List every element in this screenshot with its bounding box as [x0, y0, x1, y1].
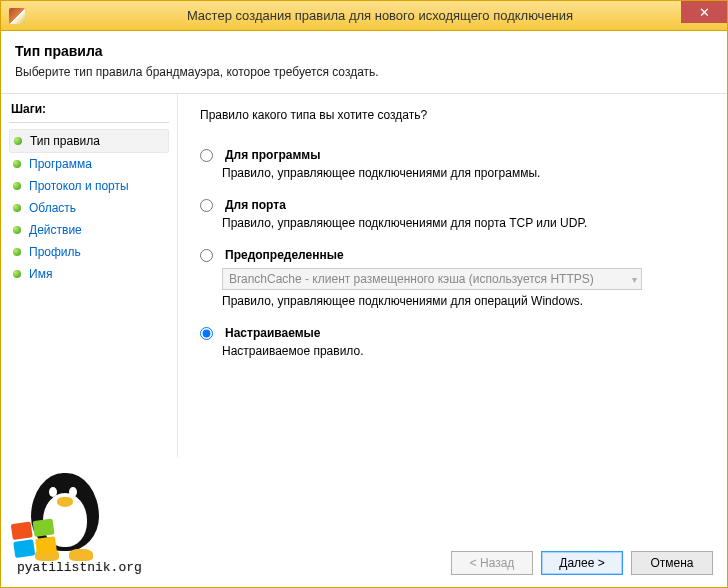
predefined-combo: BranchCache - клиент размещенного кэша (…: [222, 268, 642, 290]
option-program: Для программы Правило, управляющее подкл…: [200, 148, 705, 180]
bullet-icon: [13, 182, 21, 190]
titlebar: Мастер создания правила для нового исход…: [1, 1, 727, 31]
window-title: Мастер создания правила для нового исход…: [33, 8, 727, 23]
wizard-window: Мастер создания правила для нового исход…: [0, 0, 728, 588]
step-label: Имя: [29, 267, 52, 281]
step-label: Профиль: [29, 245, 81, 259]
step-profile[interactable]: Профиль: [9, 241, 169, 263]
step-rule-type[interactable]: Тип правила: [9, 129, 169, 153]
option-port: Для порта Правило, управляющее подключен…: [200, 198, 705, 230]
combo-value: BranchCache - клиент размещенного кэша (…: [229, 272, 594, 286]
bullet-icon: [14, 137, 22, 145]
step-program[interactable]: Программа: [9, 153, 169, 175]
cancel-button[interactable]: Отмена: [631, 551, 713, 575]
option-custom: Настраиваемые Настраиваемое правило.: [200, 326, 705, 358]
back-button: < Назад: [451, 551, 533, 575]
step-scope[interactable]: Область: [9, 197, 169, 219]
main-panel: Правило какого типа вы хотите создать? Д…: [177, 94, 727, 457]
option-predefined: Предопределенные BranchCache - клиент ра…: [200, 248, 705, 308]
bullet-icon: [13, 270, 21, 278]
watermark-logo: pyatilistnik.org: [9, 465, 129, 575]
question-text: Правило какого типа вы хотите создать?: [200, 108, 705, 122]
windows-flag-icon: [11, 518, 60, 560]
option-label[interactable]: Для программы: [225, 148, 320, 162]
step-label: Программа: [29, 157, 92, 171]
footer: pyatilistnik.org < Назад Далее > Отмена: [1, 457, 727, 587]
option-desc: Настраиваемое правило.: [222, 344, 705, 358]
bullet-icon: [13, 160, 21, 168]
close-button[interactable]: ✕: [681, 1, 727, 23]
next-button[interactable]: Далее >: [541, 551, 623, 575]
bullet-icon: [13, 226, 21, 234]
page-subtitle: Выберите тип правила брандмауэра, которо…: [15, 65, 713, 79]
wizard-buttons: < Назад Далее > Отмена: [451, 551, 713, 575]
step-label: Тип правила: [30, 134, 100, 148]
watermark-text: pyatilistnik.org: [17, 560, 142, 575]
option-label[interactable]: Предопределенные: [225, 248, 344, 262]
option-desc: Правило, управляющее подключениями для п…: [222, 216, 705, 230]
radio-program[interactable]: [200, 149, 213, 162]
body: Шаги: Тип правила Программа Протокол и п…: [1, 94, 727, 457]
steps-list: Тип правила Программа Протокол и порты О…: [9, 129, 169, 285]
app-icon: [9, 8, 25, 24]
sidebar: Шаги: Тип правила Программа Протокол и п…: [1, 94, 177, 457]
bullet-icon: [13, 248, 21, 256]
step-label: Действие: [29, 223, 82, 237]
option-label[interactable]: Для порта: [225, 198, 286, 212]
bullet-icon: [13, 204, 21, 212]
radio-predefined[interactable]: [200, 249, 213, 262]
step-name[interactable]: Имя: [9, 263, 169, 285]
page-title: Тип правила: [15, 43, 713, 59]
header: Тип правила Выберите тип правила брандма…: [1, 31, 727, 94]
close-icon: ✕: [699, 5, 710, 20]
step-label: Область: [29, 201, 76, 215]
radio-port[interactable]: [200, 199, 213, 212]
option-label[interactable]: Настраиваемые: [225, 326, 320, 340]
step-label: Протокол и порты: [29, 179, 129, 193]
chevron-down-icon: ▾: [632, 274, 637, 285]
option-desc: Правило, управляющее подключениями для п…: [222, 166, 705, 180]
sidebar-title: Шаги:: [9, 100, 169, 123]
step-protocol-ports[interactable]: Протокол и порты: [9, 175, 169, 197]
step-action[interactable]: Действие: [9, 219, 169, 241]
option-desc: Правило, управляющее подключениями для о…: [222, 294, 705, 308]
radio-custom[interactable]: [200, 327, 213, 340]
